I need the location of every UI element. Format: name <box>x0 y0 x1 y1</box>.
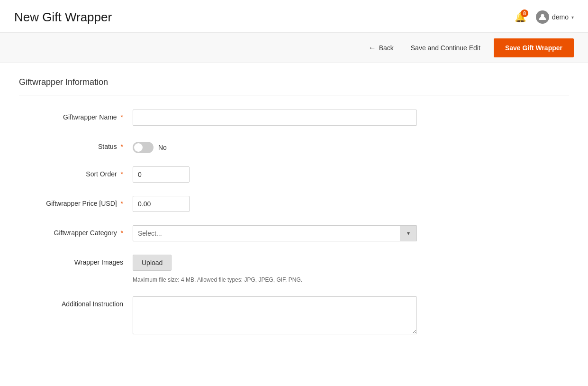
sort-order-input[interactable] <box>133 166 190 183</box>
images-control: Upload Maximum file size: 4 MB. Allowed … <box>133 255 483 283</box>
status-toggle[interactable] <box>133 142 154 153</box>
category-select[interactable]: Select... <box>133 225 417 241</box>
back-button[interactable]: ← Back <box>369 44 394 52</box>
chevron-down-icon: ▾ <box>571 15 574 20</box>
status-row: Status * No <box>19 139 483 153</box>
main-content: Giftwrapper Information Giftwrapper Name… <box>0 63 588 362</box>
toggle-slider <box>133 142 154 153</box>
notification-icon[interactable]: 🔔 8 <box>513 9 528 25</box>
giftwrapper-name-label: Giftwrapper Name * <box>19 110 133 121</box>
required-star-sort: * <box>121 170 123 178</box>
required-star-price: * <box>121 200 123 207</box>
instruction-label: Additional Instruction <box>19 296 133 308</box>
upload-button[interactable]: Upload <box>133 255 172 271</box>
required-star-status: * <box>121 143 123 150</box>
price-input[interactable] <box>133 196 190 212</box>
back-arrow-icon: ← <box>369 44 376 52</box>
save-gift-wrapper-button[interactable]: Save Gift Wrapper <box>494 38 574 57</box>
header-right: 🔔 8 demo ▾ <box>513 9 574 25</box>
category-row: Giftwrapper Category * Select... ▾ <box>19 225 483 241</box>
back-label: Back <box>379 44 394 52</box>
toolbar: ← Back Save and Continue Edit Save Gift … <box>0 33 588 63</box>
save-continue-button[interactable]: Save and Continue Edit <box>403 39 488 56</box>
notification-badge: 8 <box>521 9 528 17</box>
page-title: New Gift Wrapper <box>14 10 112 25</box>
user-name: demo <box>552 13 569 21</box>
user-menu[interactable]: demo ▾ <box>536 10 574 24</box>
instruction-control <box>133 296 483 334</box>
price-label: Giftwrapper Price [USD] * <box>19 196 133 207</box>
giftwrapper-name-row: Giftwrapper Name * <box>19 110 483 126</box>
required-star: * <box>121 113 123 121</box>
images-row: Wrapper Images Upload Maximum file size:… <box>19 255 483 283</box>
status-label: Status * <box>19 139 133 150</box>
section-title: Giftwrapper Information <box>19 77 569 87</box>
sort-order-label: Sort Order * <box>19 166 133 178</box>
instruction-row: Additional Instruction <box>19 296 483 334</box>
page-header: New Gift Wrapper 🔔 8 demo ▾ <box>0 0 588 33</box>
status-control: No <box>133 139 483 153</box>
avatar <box>536 10 549 24</box>
price-control <box>133 196 483 212</box>
giftwrapper-name-control <box>133 110 483 126</box>
status-toggle-label: No <box>158 144 167 151</box>
required-star-category: * <box>121 229 123 237</box>
category-control: Select... ▾ <box>133 225 483 241</box>
category-select-wrap: Select... ▾ <box>133 225 417 241</box>
sort-order-row: Sort Order * <box>19 166 483 183</box>
toggle-wrap: No <box>133 139 483 153</box>
giftwrapper-name-input[interactable] <box>133 110 417 126</box>
upload-hint: Maximum file size: 4 MB. Allowed file ty… <box>133 276 483 283</box>
instruction-textarea[interactable] <box>133 296 417 334</box>
category-label: Giftwrapper Category * <box>19 225 133 237</box>
images-label: Wrapper Images <box>19 255 133 266</box>
sort-order-control <box>133 166 483 183</box>
price-row: Giftwrapper Price [USD] * <box>19 196 483 212</box>
section-divider <box>19 95 569 95</box>
